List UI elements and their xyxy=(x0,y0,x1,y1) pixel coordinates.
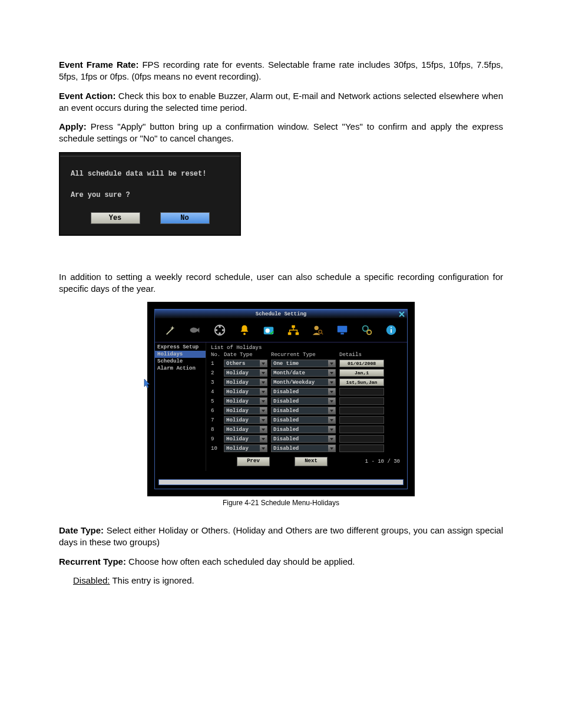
chevron-down-icon xyxy=(328,426,335,433)
details-empty xyxy=(339,407,384,414)
next-button[interactable]: Next xyxy=(295,457,328,466)
monitor-icon[interactable] xyxy=(335,323,349,337)
chevron-down-icon xyxy=(260,388,267,395)
date-type-select[interactable]: Holiday xyxy=(224,435,267,443)
camera-icon[interactable] xyxy=(188,323,202,337)
clock-check-icon[interactable] xyxy=(262,323,276,337)
row-no: 7 xyxy=(211,417,220,423)
confirm-dialog: All schedule data will be reset! Are you… xyxy=(59,152,241,236)
table-row: 7HolidayDisabled xyxy=(211,416,404,424)
info-icon[interactable] xyxy=(384,323,398,337)
date-type-select[interactable]: Holiday xyxy=(224,444,267,452)
recurrent-type-select[interactable]: Disabled xyxy=(271,407,336,414)
table-row: 2HolidayMonth/dateJan,1 xyxy=(211,369,404,377)
table-row: 9HolidayDisabled xyxy=(211,435,404,443)
recurrent-type-select[interactable]: One time xyxy=(271,360,336,367)
page-counter: 1 - 10 / 30 xyxy=(365,459,404,465)
recurrent-type-select[interactable]: Month/date xyxy=(271,369,336,377)
sidebar-item-alarm[interactable]: Alarm Action xyxy=(155,365,206,372)
recurrent-type-select[interactable]: Disabled xyxy=(271,416,336,424)
prev-button[interactable]: Prev xyxy=(237,457,270,466)
confirm-line2: Are you sure ? xyxy=(71,191,229,199)
sidebar-item-holidays[interactable]: Holidays xyxy=(155,351,206,358)
svg-point-13 xyxy=(315,326,319,330)
table-row: 10HolidayDisabled xyxy=(211,444,404,452)
recurrent-type-select[interactable]: Month/Weekday xyxy=(271,378,336,386)
wand-icon[interactable] xyxy=(164,323,178,337)
chevron-down-icon xyxy=(328,417,335,423)
network-icon[interactable] xyxy=(286,323,300,337)
recurrent-type-select[interactable]: Disabled xyxy=(271,444,336,452)
progress-bar xyxy=(158,479,404,485)
row-no: 1 xyxy=(211,361,220,367)
para-holidays-intro: In addition to setting a weekly record s… xyxy=(59,271,503,295)
sidebar: Express Setup Holidays Schedule Alarm Ac… xyxy=(155,342,206,471)
para-event-action: Event Action: Check this box to enable B… xyxy=(59,90,503,114)
recurrent-type-select[interactable]: Disabled xyxy=(271,397,336,405)
row-no: 10 xyxy=(211,446,220,452)
chevron-down-icon xyxy=(260,379,267,386)
date-type-select[interactable]: Holiday xyxy=(224,388,267,396)
details-button[interactable]: 01/01/2008 xyxy=(339,360,384,367)
date-type-select[interactable]: Holiday xyxy=(224,397,267,405)
date-type-select[interactable]: Holiday xyxy=(224,426,267,433)
details-empty xyxy=(339,426,384,433)
close-icon[interactable] xyxy=(398,311,405,318)
svg-point-6 xyxy=(216,329,218,331)
details-empty xyxy=(339,435,384,443)
chevron-down-icon xyxy=(260,370,267,376)
para-event-frame-rate: Event Frame Rate: FPS recording rate for… xyxy=(59,59,503,83)
figure-caption: Figure 4-21 Schedule Menu-Holidays xyxy=(59,499,503,507)
row-no: 2 xyxy=(211,370,220,376)
cursor-icon xyxy=(144,378,151,389)
reel-icon[interactable] xyxy=(213,323,227,337)
details-empty xyxy=(339,416,384,424)
recurrent-type-select[interactable]: Disabled xyxy=(271,435,336,443)
gear-icon[interactable] xyxy=(360,323,374,337)
svg-rect-12 xyxy=(295,332,299,335)
table-row: 5HolidayDisabled xyxy=(211,397,404,405)
recurrent-type-select[interactable]: Disabled xyxy=(271,388,336,396)
svg-rect-11 xyxy=(288,332,292,335)
svg-point-9 xyxy=(266,328,270,332)
toolbar xyxy=(155,318,407,342)
no-button[interactable]: No xyxy=(160,212,210,224)
svg-rect-16 xyxy=(338,326,348,332)
details-button[interactable]: Jan,1 xyxy=(339,369,384,377)
chevron-down-icon xyxy=(328,370,335,376)
row-no: 6 xyxy=(211,408,220,414)
table-row: 1OthersOne time01/01/2008 xyxy=(211,360,404,367)
date-type-select[interactable]: Holiday xyxy=(224,378,267,386)
chevron-down-icon xyxy=(328,398,335,404)
details-empty xyxy=(339,388,384,396)
svg-point-3 xyxy=(219,326,221,328)
chevron-down-icon xyxy=(260,398,267,404)
chevron-down-icon xyxy=(260,407,267,414)
recurrent-type-select[interactable]: Disabled xyxy=(271,426,336,433)
date-type-select[interactable]: Holiday xyxy=(224,407,267,414)
details-empty xyxy=(339,444,384,452)
bell-icon[interactable] xyxy=(237,323,252,337)
yes-button[interactable]: Yes xyxy=(91,212,140,224)
chevron-down-icon xyxy=(328,379,335,386)
svg-rect-22 xyxy=(391,327,392,328)
sidebar-item-schedule[interactable]: Schedule xyxy=(155,358,206,365)
chevron-down-icon xyxy=(328,360,335,367)
svg-point-19 xyxy=(367,330,371,334)
date-type-select[interactable]: Holiday xyxy=(224,416,267,424)
details-button[interactable]: 1st,Sun,Jan xyxy=(339,378,384,386)
header-row: No. Date Type Recurrent Type Details xyxy=(211,352,404,358)
table-row: 6HolidayDisabled xyxy=(211,407,404,414)
svg-point-4 xyxy=(222,329,224,331)
date-type-select[interactable]: Holiday xyxy=(224,369,267,377)
date-type-select[interactable]: Others xyxy=(224,360,267,367)
table-row: 3HolidayMonth/Weekday1st,Sun,Jan xyxy=(211,378,404,386)
chevron-down-icon xyxy=(260,426,267,433)
svg-point-5 xyxy=(219,332,221,335)
chevron-down-icon xyxy=(260,445,267,452)
svg-rect-21 xyxy=(391,329,392,332)
sidebar-item-express[interactable]: Express Setup xyxy=(155,344,206,351)
holidays-panel: List of Holidays No. Date Type Recurrent… xyxy=(206,342,407,471)
user-search-icon[interactable] xyxy=(310,323,325,337)
chevron-down-icon xyxy=(260,417,267,423)
